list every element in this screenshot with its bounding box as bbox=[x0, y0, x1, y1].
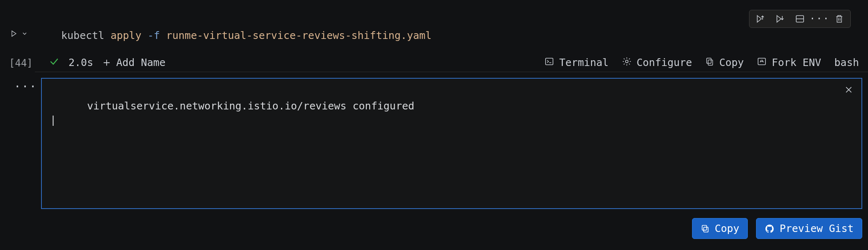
svg-rect-5 bbox=[707, 58, 711, 63]
output-more-icon[interactable]: ··· bbox=[14, 81, 37, 93]
copy-icon bbox=[705, 57, 714, 69]
cell-number: [44] bbox=[9, 57, 33, 69]
terminal-label: Terminal bbox=[559, 57, 608, 68]
preview-gist-button[interactable]: Preview Gist bbox=[756, 218, 862, 239]
more-icon[interactable]: ··· bbox=[814, 14, 825, 24]
copy-label: Copy bbox=[719, 57, 744, 68]
output-panel[interactable]: virtualservice.networking.istio.io/revie… bbox=[41, 78, 862, 209]
add-name-button[interactable]: Add Name bbox=[102, 57, 165, 68]
configure-label: Configure bbox=[637, 57, 692, 68]
execution-time: 2.0s bbox=[69, 57, 93, 68]
add-name-label: Add Name bbox=[116, 57, 165, 68]
fork-env-button[interactable]: Fork ENV bbox=[757, 57, 821, 69]
svg-point-3 bbox=[625, 60, 628, 62]
fork-env-icon bbox=[757, 57, 767, 69]
run-above-icon[interactable] bbox=[755, 14, 766, 24]
svg-rect-8 bbox=[702, 225, 707, 230]
code-token-cmd: kubectl bbox=[61, 30, 104, 41]
output-actions: Copy Preview Gist bbox=[692, 218, 862, 239]
language-label[interactable]: bash bbox=[834, 57, 859, 68]
copy-output-label: Copy bbox=[715, 223, 739, 234]
run-cell[interactable] bbox=[10, 29, 28, 39]
check-icon bbox=[49, 56, 59, 69]
copy-output-button[interactable]: Copy bbox=[692, 218, 748, 239]
github-icon bbox=[765, 224, 774, 234]
split-layout-icon[interactable] bbox=[795, 14, 805, 24]
cell-toolbar: ··· bbox=[749, 10, 851, 28]
code-token-apply: apply bbox=[110, 30, 141, 41]
code-cell[interactable]: kubectl apply -f runme-virtual-service-r… bbox=[35, 26, 868, 44]
run-below-icon[interactable] bbox=[775, 14, 786, 24]
preview-gist-label: Preview Gist bbox=[779, 223, 854, 234]
fork-env-label: Fork ENV bbox=[772, 57, 821, 68]
svg-rect-7 bbox=[704, 227, 708, 232]
copy-button[interactable]: Copy bbox=[705, 57, 744, 69]
output-text: virtualservice.networking.istio.io/revie… bbox=[50, 85, 833, 141]
gear-icon bbox=[622, 57, 632, 69]
delete-icon[interactable] bbox=[834, 14, 845, 24]
terminal-button[interactable]: Terminal bbox=[544, 57, 608, 69]
copy-icon bbox=[701, 224, 710, 233]
terminal-icon bbox=[544, 57, 554, 69]
code-token-arg: runme-virtual-service-reviews-shifting.y… bbox=[166, 30, 432, 41]
configure-button[interactable]: Configure bbox=[622, 57, 692, 69]
svg-rect-2 bbox=[546, 58, 553, 65]
svg-rect-4 bbox=[708, 60, 713, 65]
close-icon[interactable] bbox=[844, 85, 853, 96]
chevron-down-icon[interactable] bbox=[21, 30, 28, 37]
code-token-flag: -f bbox=[148, 30, 160, 41]
status-row: 2.0s Add Name Terminal bbox=[35, 53, 868, 72]
